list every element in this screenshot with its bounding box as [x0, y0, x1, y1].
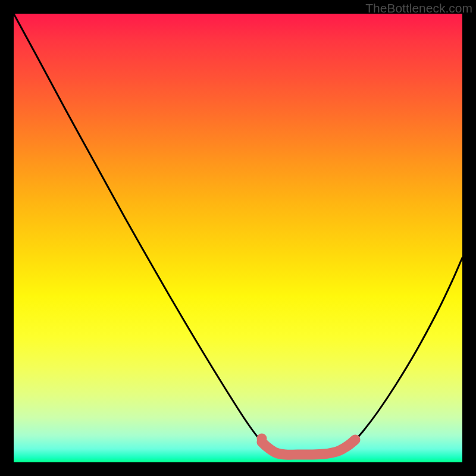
highlight-zone [262, 440, 355, 455]
curve-line [14, 14, 462, 455]
chart-svg [0, 0, 476, 476]
highlight-start-dot [257, 434, 267, 444]
